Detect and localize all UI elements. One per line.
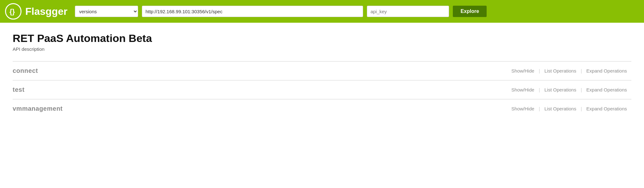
expand-operations-link-test[interactable]: Expand Operations (582, 87, 631, 92)
api-section-name-vmmanagement: vmmanagement (13, 105, 63, 112)
section-actions-test: Show/Hide | List Operations | Expand Ope… (507, 87, 631, 92)
url-input[interactable] (142, 6, 363, 17)
explore-button[interactable]: Explore (453, 6, 487, 17)
page-title: RET PaaS Automation Beta (13, 32, 631, 44)
app-header: {} Flasgger versions Explore (0, 0, 644, 23)
api-section-test: test Show/Hide | List Operations | Expan… (13, 80, 631, 99)
versions-select[interactable]: versions (75, 6, 138, 17)
api-description: API description (13, 46, 631, 52)
section-actions-vmmanagement: Show/Hide | List Operations | Expand Ope… (507, 106, 631, 111)
api-section-name-connect: connect (13, 67, 38, 74)
list-operations-link-connect[interactable]: List Operations (540, 68, 581, 73)
show-hide-link-vmmanagement[interactable]: Show/Hide (507, 106, 539, 111)
list-operations-link-vmmanagement[interactable]: List Operations (540, 106, 581, 111)
main-content: RET PaaS Automation Beta API description… (0, 23, 644, 127)
api-key-input[interactable] (367, 6, 449, 17)
show-hide-link-test[interactable]: Show/Hide (507, 87, 539, 92)
api-sections-container: connect Show/Hide | List Operations | Ex… (13, 61, 631, 118)
section-actions-connect: Show/Hide | List Operations | Expand Ope… (507, 68, 631, 73)
logo-circle: {} (5, 3, 21, 20)
svg-text:{}: {} (9, 8, 15, 15)
expand-operations-link-connect[interactable]: Expand Operations (582, 68, 631, 73)
show-hide-link-connect[interactable]: Show/Hide (507, 68, 539, 73)
logo-icon: {} (8, 6, 18, 16)
api-section-connect: connect Show/Hide | List Operations | Ex… (13, 61, 631, 80)
expand-operations-link-vmmanagement[interactable]: Expand Operations (582, 106, 631, 111)
list-operations-link-test[interactable]: List Operations (540, 87, 581, 92)
api-section-vmmanagement: vmmanagement Show/Hide | List Operations… (13, 99, 631, 118)
api-section-name-test: test (13, 86, 25, 93)
app-title: Flasgger (25, 6, 67, 17)
